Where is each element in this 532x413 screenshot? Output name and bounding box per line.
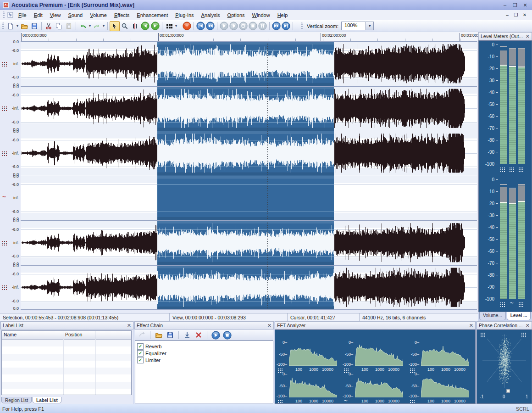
child-minimize-button[interactable]: –	[504, 12, 511, 18]
list-tab-regionlist[interactable]: Region List	[1, 397, 32, 403]
close-icon[interactable]: ✕	[127, 323, 131, 329]
meter-drag-handle-icon[interactable]	[500, 167, 506, 175]
effect-item-equalizer[interactable]: ✓Equalizer	[135, 350, 273, 357]
waveform-canvas[interactable]	[21, 41, 477, 310]
window-close-button[interactable]: ✕	[521, 2, 529, 8]
menu-item-volume[interactable]: Volume	[86, 11, 111, 19]
save-chain-button[interactable]	[165, 330, 175, 340]
close-icon[interactable]: ✕	[469, 323, 473, 329]
play-chain-button[interactable]	[211, 330, 221, 340]
effect-checkbox[interactable]: ✓	[137, 350, 144, 357]
save-button[interactable]	[29, 21, 39, 31]
go-end-button[interactable]	[281, 21, 291, 31]
meter-tab-volume[interactable]: Volume...	[479, 312, 506, 320]
stop-chain-button[interactable]	[222, 330, 232, 340]
menu-item-analysis[interactable]: Analysis	[198, 11, 224, 19]
chevron-down-icon[interactable]: ▼	[366, 22, 373, 30]
zoom-in-button[interactable]	[150, 21, 160, 31]
zoom-tool-button[interactable]	[120, 21, 130, 31]
phase-correlation-header[interactable]: Phase Correlation ... ✕	[477, 321, 532, 329]
play-selection-button[interactable]	[229, 21, 238, 31]
phase-drag-handle-icon[interactable]	[481, 332, 486, 340]
new-file-button[interactable]	[6, 21, 16, 31]
close-icon[interactable]: ✕	[526, 33, 530, 39]
effect-checkbox[interactable]: ✓	[137, 343, 144, 350]
fft-analyzer-header[interactable]: FFT Analyzer ✕	[275, 321, 476, 329]
close-icon[interactable]: ✕	[526, 323, 530, 329]
go-start-button[interactable]	[196, 21, 205, 31]
label-list-column-extra[interactable]	[95, 331, 130, 339]
channel-drag-handle-icon[interactable]	[2, 285, 8, 293]
meter-drag-handle-icon[interactable]	[510, 167, 515, 175]
list-tab-labellist[interactable]: Label List	[33, 397, 61, 403]
copy-button[interactable]	[54, 21, 64, 31]
level-meters-header[interactable]: Level Meters (Out... ✕	[478, 32, 532, 40]
open-chain-button[interactable]	[154, 330, 164, 340]
menubar-grip[interactable]	[3, 11, 5, 19]
meter-drag-handle-icon[interactable]	[519, 167, 524, 175]
label-list-column-name[interactable]: Name	[2, 331, 63, 339]
child-close-button[interactable]: ✕	[521, 12, 528, 18]
document-icon[interactable]	[7, 12, 13, 18]
cut-button[interactable]	[44, 21, 54, 31]
meter-drag-handle-icon[interactable]	[500, 301, 506, 310]
label-list-column-position[interactable]: Position	[63, 331, 95, 339]
record-button[interactable]	[182, 21, 192, 31]
select-tool-button[interactable]	[110, 21, 120, 31]
meter-tab-level[interactable]: Level ...	[507, 312, 531, 320]
effect-item-limiter[interactable]: ✓Limiter	[135, 357, 273, 363]
undo-button[interactable]	[78, 21, 88, 31]
forward-button[interactable]	[272, 21, 281, 31]
menu-item-options[interactable]: Options	[224, 11, 249, 19]
effect-checkbox[interactable]: ✓	[137, 357, 144, 363]
menu-item-help[interactable]: Help	[274, 11, 292, 19]
timeline-ruler[interactable]: 00:00:00:00000:01:00:00000:02:00:00000:0…	[21, 32, 478, 41]
window-minimize-button[interactable]: –	[501, 2, 509, 8]
child-restore-button[interactable]: ❐	[512, 12, 520, 18]
menu-item-sound[interactable]: Sound	[64, 11, 86, 19]
fft-lfe-icon[interactable]: ~	[344, 397, 348, 404]
loop-button[interactable]	[238, 21, 248, 31]
channel-drag-handle-icon[interactable]	[2, 151, 8, 159]
open-button[interactable]	[19, 21, 29, 31]
channel-drag-handle-icon[interactable]	[2, 240, 8, 248]
paste-button[interactable]	[64, 21, 74, 31]
channel-drag-handle-icon[interactable]	[2, 61, 8, 69]
title-bar[interactable]: Acoustica Premium - [Erik (Surround Mix)…	[0, 0, 532, 10]
menu-item-view[interactable]: View	[46, 11, 65, 19]
rewind-button[interactable]	[205, 21, 215, 31]
menu-item-plugins[interactable]: Plug-Ins	[172, 11, 197, 19]
stop-button[interactable]	[248, 21, 258, 31]
window-restore-button[interactable]: ❐	[511, 2, 519, 8]
channel-lfe-icon[interactable]: ~	[2, 193, 6, 201]
effect-chain-header[interactable]: Effect Chain ✕	[134, 321, 274, 329]
meter-drag-handle-icon[interactable]	[519, 301, 524, 310]
redo-button[interactable]	[92, 21, 102, 31]
play-button[interactable]	[219, 21, 229, 31]
effect-item-reverb[interactable]: ✓Reverb	[135, 343, 273, 350]
phase-drag-handle-icon-2[interactable]	[521, 332, 527, 340]
remove-effect-button[interactable]	[194, 330, 204, 340]
new-file-dropdown-icon[interactable]: ▾	[16, 24, 19, 28]
close-icon[interactable]: ✕	[267, 323, 272, 329]
meter-lfe-icon[interactable]: ~	[510, 300, 514, 307]
menu-item-edit[interactable]: Edit	[30, 11, 46, 19]
redo-dropdown-icon[interactable]: ▾	[102, 24, 105, 28]
pause-button[interactable]	[258, 21, 267, 31]
toolbar-grip[interactable]	[2, 22, 4, 30]
label-list-header[interactable]: Label List ✕	[0, 321, 133, 329]
channel-drag-handle-icon[interactable]	[2, 106, 8, 114]
zoom-out-button[interactable]	[140, 21, 150, 31]
insert-effect-button[interactable]	[182, 330, 192, 340]
menu-item-effects[interactable]: Effects	[111, 11, 133, 19]
menu-item-enhancement[interactable]: Enhancement	[133, 11, 172, 19]
zoombar-grip[interactable]	[301, 22, 303, 30]
vertical-zoom-select[interactable]: 100% ▼	[341, 22, 374, 30]
grid-view-button[interactable]	[164, 21, 174, 31]
grid-view-dropdown-icon[interactable]: ▾	[174, 24, 178, 28]
undo-dropdown-icon[interactable]: ▾	[88, 24, 92, 28]
scrub-tool-button[interactable]	[130, 21, 140, 31]
menu-item-window[interactable]: Window	[249, 11, 274, 19]
menu-item-file[interactable]: File	[15, 11, 30, 19]
effect-new-button[interactable]	[137, 330, 147, 340]
